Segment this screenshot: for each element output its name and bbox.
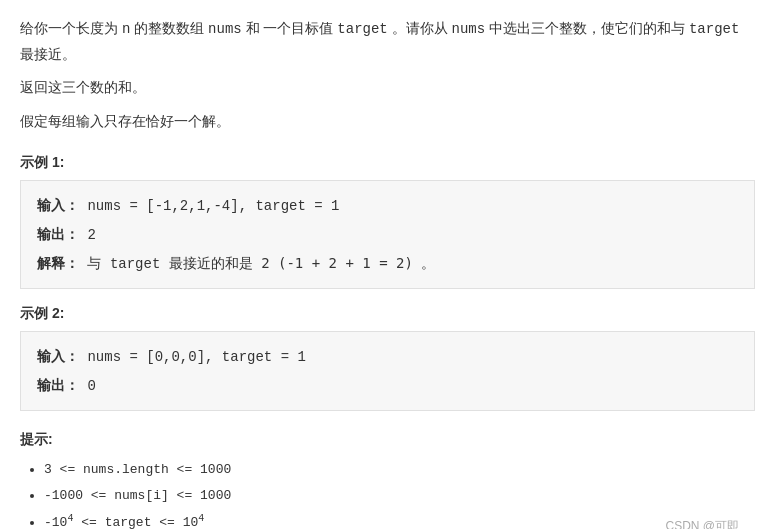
example1-output-label: 输出： [37, 226, 79, 242]
example1-title: 示例 1: [20, 154, 755, 172]
intro-line1: 给你一个长度为 n 的整数数组 nums 和 一个目标值 target 。请你从… [20, 16, 755, 67]
example2-output-row: 输出： 0 [37, 371, 738, 400]
example1-box: 输入： nums = [-1,2,1,-4], target = 1 输出： 2… [20, 180, 755, 289]
hint-item-1: 3 <= nums.length <= 1000 [44, 457, 755, 483]
example2-input-value: nums = [0,0,0], target = 1 [87, 349, 305, 365]
example2-input-label: 输入： [37, 348, 79, 364]
example1-output-value: 2 [87, 227, 95, 243]
hint-item-3: -104 <= target <= 104 [44, 509, 755, 529]
example2-box: 输入： nums = [0,0,0], target = 1 输出： 0 [20, 331, 755, 411]
page-wrapper: 给你一个长度为 n 的整数数组 nums 和 一个目标值 target 。请你从… [20, 16, 755, 529]
intro-line2: 返回这三个数的和。 [20, 75, 755, 100]
example1-input-row: 输入： nums = [-1,2,1,-4], target = 1 [37, 191, 738, 220]
example2-input-row: 输入： nums = [0,0,0], target = 1 [37, 342, 738, 371]
example1-input-value: nums = [-1,2,1,-4], target = 1 [87, 198, 339, 214]
example2-output-label: 输出： [37, 377, 79, 393]
hint-title: 提示: [20, 431, 755, 449]
hint-list: 3 <= nums.length <= 1000 -1000 <= nums[i… [20, 457, 755, 529]
hint-section: 提示: 3 <= nums.length <= 1000 -1000 <= nu… [20, 431, 755, 529]
intro-line3: 假定每组输入只存在恰好一个解。 [20, 109, 755, 134]
example1-output-row: 输出： 2 [37, 220, 738, 249]
hint-item-2: -1000 <= nums[i] <= 1000 [44, 483, 755, 509]
example2-output-value: 0 [87, 378, 95, 394]
example1-explain-value: 与 target 最接近的和是 2 (-1 + 2 + 1 = 2) 。 [87, 255, 435, 271]
example1-input-label: 输入： [37, 197, 79, 213]
example2-title: 示例 2: [20, 305, 755, 323]
example1-explain-row: 解释： 与 target 最接近的和是 2 (-1 + 2 + 1 = 2) 。 [37, 249, 738, 278]
watermark: CSDN @可即 [665, 518, 739, 529]
example1-explain-label: 解释： [37, 255, 79, 271]
